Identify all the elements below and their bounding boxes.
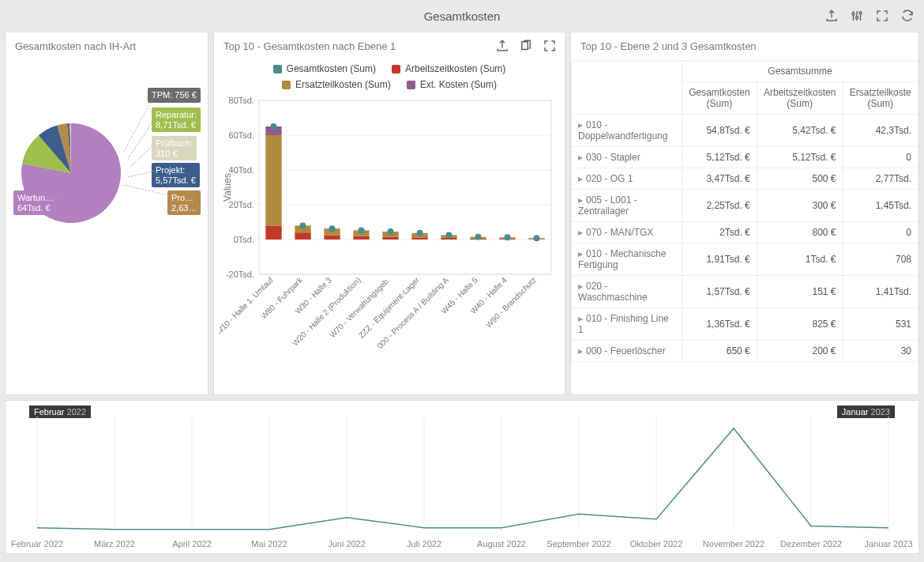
table-row[interactable]: ▸010 - Doppelwandfertigung54,8Tsd. €5,42… (572, 115, 918, 147)
svg-text:0Tsd.: 0Tsd. (234, 235, 254, 244)
svg-point-37 (359, 228, 365, 234)
svg-point-41 (388, 228, 394, 235)
table-row[interactable]: ▸000 - Feuerlöscher650 €200 €30 (572, 341, 918, 362)
pie-panel: Gesamtkosten nach IH-Art TPM: 756 €Repar… (5, 32, 208, 395)
bar-panel: Top 10 - Gesamtkosten nach Ebene 1 Gesam… (213, 32, 565, 395)
export-icon[interactable] (824, 9, 839, 23)
legend-item[interactable]: Ext. Kosten (Sum) (407, 79, 497, 90)
svg-text:Januar 2023: Januar 2023 (864, 539, 912, 549)
svg-text:Values: Values (222, 173, 233, 202)
export-icon[interactable] (495, 39, 509, 53)
legend: Gesamtkosten (Sum)Arbeitszeitkosten (Sum… (214, 60, 565, 96)
svg-rect-25 (295, 232, 310, 240)
table-row[interactable]: ▸020 - OG 13,47Tsd. €500 €2,77Tsd. (572, 168, 918, 190)
svg-rect-20 (265, 225, 281, 240)
svg-text:60Tsd.: 60Tsd. (229, 130, 254, 140)
svg-rect-34 (353, 236, 369, 240)
table-row[interactable]: ▸005 - L001 - Zentrallager2,25Tsd. €300 … (572, 190, 918, 222)
svg-point-57 (505, 234, 511, 240)
legend-item[interactable]: Gesamtkosten (Sum) (273, 63, 376, 74)
fullscreen-icon[interactable] (543, 39, 557, 53)
svg-text:April 2022: April 2022 (172, 539, 212, 549)
svg-text:August 2022: August 2022 (477, 539, 526, 549)
table-header[interactable]: Arbeitszeitkosten (Sum) (757, 82, 843, 115)
timeline-chart: Februar 2022März 2022April 2022Mai 2022J… (6, 417, 920, 555)
refresh-icon[interactable] (900, 9, 915, 23)
pie-chart[interactable]: TPM: 756 €Reparatur:8,71Tsd. €Prüfbuch:3… (6, 60, 208, 360)
top-bar: Gesamtkosten (0, 0, 924, 32)
legend-item[interactable]: Arbeitszeitkosten (Sum) (392, 63, 505, 74)
table-superheader: Gesamtsumme (682, 61, 918, 82)
bar-chart[interactable]: -20Tsd.0Tsd.20Tsd.40Tsd.60Tsd.80Tsd.Valu… (220, 96, 559, 357)
svg-rect-6 (522, 42, 528, 50)
svg-rect-21 (265, 135, 281, 225)
svg-point-53 (475, 234, 482, 240)
svg-text:Februar 2022: Februar 2022 (11, 539, 63, 549)
svg-text:November 2022: November 2022 (703, 539, 764, 549)
page-title: Gesamtkosten (424, 9, 501, 23)
svg-text:Juli 2022: Juli 2022 (407, 539, 441, 549)
svg-point-49 (446, 232, 453, 239)
svg-text:Oktober 2022: Oktober 2022 (630, 539, 683, 549)
svg-text:Mai 2022: Mai 2022 (251, 539, 287, 549)
data-table[interactable]: GesamtsummeGesamtkosten (Sum)Arbeitszeit… (571, 60, 918, 362)
svg-point-32 (329, 225, 336, 232)
toolbar (824, 9, 915, 23)
fullscreen-icon[interactable] (875, 9, 889, 23)
svg-point-61 (534, 235, 540, 241)
svg-point-5 (859, 12, 862, 14)
svg-rect-43 (411, 237, 427, 240)
table-header[interactable]: Gesamtkosten (Sum) (682, 82, 757, 115)
table-row[interactable]: ▸020 - Waschmaschine1,57Tsd. €151 €1,41T… (572, 276, 918, 308)
table-panel: Top 10 - Ebene 2 und 3 Gesamtkosten Gesa… (570, 32, 919, 395)
svg-text:-20Tsd.: -20Tsd. (226, 270, 254, 279)
legend-item[interactable]: Ersatzteilkosten (Sum) (282, 79, 391, 90)
svg-point-3 (856, 17, 858, 19)
copy-icon[interactable] (519, 39, 533, 53)
settings-icon[interactable] (850, 9, 864, 23)
table-row[interactable]: ▸070 - MAN/TGX2Tsd. €800 €0 (572, 222, 918, 243)
svg-rect-63 (259, 100, 551, 274)
svg-rect-39 (382, 237, 398, 240)
timeline-panel[interactable]: Februar 2022 Januar 2023 Februar 2022Mär… (5, 400, 919, 554)
svg-point-45 (417, 230, 423, 236)
svg-rect-29 (324, 236, 340, 240)
svg-text:März 2022: März 2022 (94, 539, 135, 549)
svg-point-1 (852, 13, 855, 15)
pie-title: Gesamtkosten nach IH-Art (6, 32, 208, 60)
svg-text:W90 - Brandschutz: W90 - Brandschutz (484, 276, 538, 330)
table-row[interactable]: ▸030 - Stapler5,12Tsd. €5,12Tsd. €0 (572, 147, 918, 168)
table-row[interactable]: ▸010 - Finishing Line 11,36Tsd. €825 €53… (572, 308, 918, 341)
table-title: Top 10 - Ebene 2 und 3 Gesamtkosten (571, 32, 918, 60)
svg-text:80Tsd.: 80Tsd. (229, 96, 254, 105)
svg-point-27 (300, 222, 306, 228)
svg-text:September 2022: September 2022 (547, 539, 610, 549)
svg-point-23 (271, 123, 277, 130)
table-header[interactable]: Ersatzteilkoste (Sum) (843, 82, 918, 115)
table-row[interactable]: ▸010 - Mechanische Fertigung1,91Tsd. €1T… (572, 243, 918, 276)
svg-text:Dezember 2022: Dezember 2022 (780, 539, 842, 549)
svg-text:Juni 2022: Juni 2022 (328, 539, 366, 549)
